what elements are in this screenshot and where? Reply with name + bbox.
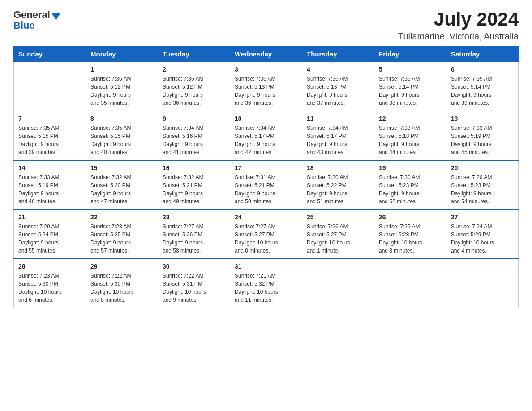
day-info: Sunrise: 7:33 AMSunset: 5:19 PMDaylight:… xyxy=(18,173,81,206)
calendar-day-19: 19Sunrise: 7:30 AMSunset: 5:23 PMDayligh… xyxy=(374,160,446,210)
day-info: Sunrise: 7:27 AMSunset: 5:26 PMDaylight:… xyxy=(163,223,225,255)
day-info: Sunrise: 7:28 AMSunset: 5:25 PMDaylight:… xyxy=(90,223,153,255)
calendar-week-row: 28Sunrise: 7:23 AMSunset: 5:30 PMDayligh… xyxy=(14,259,519,308)
weekday-header-monday: Monday xyxy=(86,47,158,62)
calendar-day-20: 20Sunrise: 7:29 AMSunset: 5:23 PMDayligh… xyxy=(446,160,519,210)
calendar-day-6: 6Sunrise: 7:35 AMSunset: 5:14 PMDaylight… xyxy=(446,62,519,111)
calendar-day-22: 22Sunrise: 7:28 AMSunset: 5:25 PMDayligh… xyxy=(86,210,158,259)
logo-triangle-icon xyxy=(51,13,60,20)
calendar-day-1: 1Sunrise: 7:36 AMSunset: 5:12 PMDaylight… xyxy=(86,62,158,111)
calendar-day-8: 8Sunrise: 7:35 AMSunset: 5:15 PMDaylight… xyxy=(86,111,158,160)
calendar-day-16: 16Sunrise: 7:32 AMSunset: 5:21 PMDayligh… xyxy=(158,160,230,210)
day-info: Sunrise: 7:26 AMSunset: 5:27 PMDaylight:… xyxy=(307,223,369,255)
weekday-header-thursday: Thursday xyxy=(302,47,374,62)
day-info: Sunrise: 7:36 AMSunset: 5:12 PMDaylight:… xyxy=(90,75,153,107)
day-number: 8 xyxy=(90,115,153,122)
day-info: Sunrise: 7:36 AMSunset: 5:13 PMDaylight:… xyxy=(235,75,297,107)
day-number: 20 xyxy=(451,164,514,171)
day-number: 12 xyxy=(379,115,442,122)
day-number: 1 xyxy=(90,66,153,73)
day-number: 28 xyxy=(18,263,81,270)
day-number: 5 xyxy=(379,66,442,73)
day-number: 2 xyxy=(163,66,225,73)
day-info: Sunrise: 7:34 AMSunset: 5:16 PMDaylight:… xyxy=(163,124,225,156)
day-number: 21 xyxy=(18,214,81,221)
day-number: 9 xyxy=(163,115,225,122)
calendar-table: SundayMondayTuesdayWednesdayThursdayFrid… xyxy=(13,46,519,308)
logo-general-text: General xyxy=(13,9,50,21)
day-number: 26 xyxy=(379,214,442,221)
calendar-day-28: 28Sunrise: 7:23 AMSunset: 5:30 PMDayligh… xyxy=(14,259,86,308)
day-info: Sunrise: 7:30 AMSunset: 5:23 PMDaylight:… xyxy=(379,173,442,206)
day-info: Sunrise: 7:36 AMSunset: 5:13 PMDaylight:… xyxy=(307,75,369,107)
day-info: Sunrise: 7:30 AMSunset: 5:22 PMDaylight:… xyxy=(307,173,369,206)
calendar-week-row: 14Sunrise: 7:33 AMSunset: 5:19 PMDayligh… xyxy=(14,160,519,210)
calendar-day-11: 11Sunrise: 7:34 AMSunset: 5:17 PMDayligh… xyxy=(302,111,374,160)
calendar-week-row: 21Sunrise: 7:29 AMSunset: 5:24 PMDayligh… xyxy=(14,210,519,259)
calendar-empty-cell xyxy=(302,259,374,308)
day-number: 7 xyxy=(18,115,81,122)
day-info: Sunrise: 7:33 AMSunset: 5:19 PMDaylight:… xyxy=(451,124,514,156)
calendar-day-21: 21Sunrise: 7:29 AMSunset: 5:24 PMDayligh… xyxy=(14,210,86,259)
day-info: Sunrise: 7:21 AMSunset: 5:32 PMDaylight:… xyxy=(235,272,297,304)
logo: General Blue xyxy=(13,9,60,30)
day-number: 25 xyxy=(307,214,369,221)
calendar-day-27: 27Sunrise: 7:24 AMSunset: 5:29 PMDayligh… xyxy=(446,210,519,259)
month-year-title: July 2024 xyxy=(398,9,519,30)
calendar-day-14: 14Sunrise: 7:33 AMSunset: 5:19 PMDayligh… xyxy=(14,160,86,210)
day-number: 31 xyxy=(235,263,297,270)
day-info: Sunrise: 7:22 AMSunset: 5:31 PMDaylight:… xyxy=(163,272,225,304)
day-info: Sunrise: 7:34 AMSunset: 5:17 PMDaylight:… xyxy=(307,124,369,156)
calendar-day-24: 24Sunrise: 7:27 AMSunset: 5:27 PMDayligh… xyxy=(230,210,302,259)
day-number: 27 xyxy=(451,214,514,221)
title-block: July 2024 Tullamarine, Victoria, Austral… xyxy=(398,9,519,42)
calendar-day-17: 17Sunrise: 7:31 AMSunset: 5:21 PMDayligh… xyxy=(230,160,302,210)
day-number: 30 xyxy=(163,263,225,270)
calendar-day-26: 26Sunrise: 7:25 AMSunset: 5:28 PMDayligh… xyxy=(374,210,446,259)
weekday-header-row: SundayMondayTuesdayWednesdayThursdayFrid… xyxy=(14,47,519,62)
weekday-header-wednesday: Wednesday xyxy=(230,47,302,62)
day-info: Sunrise: 7:29 AMSunset: 5:23 PMDaylight:… xyxy=(451,173,514,206)
day-number: 17 xyxy=(235,164,297,171)
day-number: 18 xyxy=(307,164,369,171)
day-info: Sunrise: 7:35 AMSunset: 5:15 PMDaylight:… xyxy=(18,124,81,156)
weekday-header-tuesday: Tuesday xyxy=(158,47,230,62)
calendar-day-18: 18Sunrise: 7:30 AMSunset: 5:22 PMDayligh… xyxy=(302,160,374,210)
day-number: 24 xyxy=(235,214,297,221)
day-number: 10 xyxy=(235,115,297,122)
calendar-day-23: 23Sunrise: 7:27 AMSunset: 5:26 PMDayligh… xyxy=(158,210,230,259)
day-info: Sunrise: 7:27 AMSunset: 5:27 PMDaylight:… xyxy=(235,223,297,255)
weekday-header-friday: Friday xyxy=(374,47,446,62)
day-number: 14 xyxy=(18,164,81,171)
calendar-empty-cell xyxy=(446,259,519,308)
day-info: Sunrise: 7:35 AMSunset: 5:14 PMDaylight:… xyxy=(379,75,442,107)
calendar-week-row: 7Sunrise: 7:35 AMSunset: 5:15 PMDaylight… xyxy=(14,111,519,160)
weekday-header-sunday: Sunday xyxy=(14,47,86,62)
day-number: 4 xyxy=(307,66,369,73)
calendar-day-13: 13Sunrise: 7:33 AMSunset: 5:19 PMDayligh… xyxy=(446,111,519,160)
day-info: Sunrise: 7:33 AMSunset: 5:18 PMDaylight:… xyxy=(379,124,442,156)
calendar-day-31: 31Sunrise: 7:21 AMSunset: 5:32 PMDayligh… xyxy=(230,259,302,308)
page-header: General Blue July 2024 Tullamarine, Vict… xyxy=(13,9,519,42)
day-number: 22 xyxy=(90,214,153,221)
calendar-day-15: 15Sunrise: 7:32 AMSunset: 5:20 PMDayligh… xyxy=(86,160,158,210)
day-number: 11 xyxy=(307,115,369,122)
calendar-day-25: 25Sunrise: 7:26 AMSunset: 5:27 PMDayligh… xyxy=(302,210,374,259)
day-info: Sunrise: 7:24 AMSunset: 5:29 PMDaylight:… xyxy=(451,223,514,255)
day-info: Sunrise: 7:23 AMSunset: 5:30 PMDaylight:… xyxy=(18,272,81,304)
calendar-day-4: 4Sunrise: 7:36 AMSunset: 5:13 PMDaylight… xyxy=(302,62,374,111)
location-subtitle: Tullamarine, Victoria, Australia xyxy=(398,31,519,42)
day-info: Sunrise: 7:32 AMSunset: 5:21 PMDaylight:… xyxy=(163,173,225,206)
calendar-day-12: 12Sunrise: 7:33 AMSunset: 5:18 PMDayligh… xyxy=(374,111,446,160)
calendar-week-row: 1Sunrise: 7:36 AMSunset: 5:12 PMDaylight… xyxy=(14,62,519,111)
calendar-day-3: 3Sunrise: 7:36 AMSunset: 5:13 PMDaylight… xyxy=(230,62,302,111)
day-number: 6 xyxy=(451,66,514,73)
day-info: Sunrise: 7:22 AMSunset: 5:30 PMDaylight:… xyxy=(90,272,153,304)
calendar-day-7: 7Sunrise: 7:35 AMSunset: 5:15 PMDaylight… xyxy=(14,111,86,160)
day-number: 3 xyxy=(235,66,297,73)
calendar-day-29: 29Sunrise: 7:22 AMSunset: 5:30 PMDayligh… xyxy=(86,259,158,308)
calendar-empty-cell xyxy=(374,259,446,308)
day-number: 29 xyxy=(90,263,153,270)
day-info: Sunrise: 7:29 AMSunset: 5:24 PMDaylight:… xyxy=(18,223,81,255)
day-info: Sunrise: 7:25 AMSunset: 5:28 PMDaylight:… xyxy=(379,223,442,255)
